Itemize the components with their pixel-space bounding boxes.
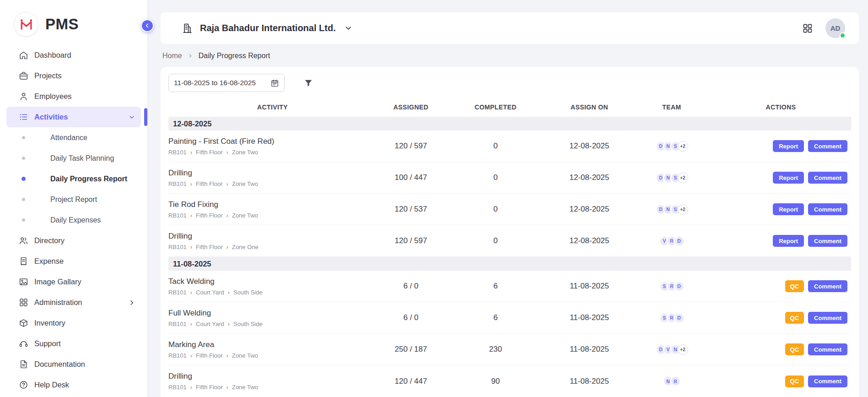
activity-location-path: RB101›Court Yard›South Side [168,321,377,327]
qc-button[interactable]: QC [785,375,804,387]
team-avatar[interactable]: D [674,313,685,323]
chevron-right-icon: › [190,352,192,359]
path-segment: Zone One [232,244,259,250]
report-button[interactable]: Report [773,140,804,152]
assigned-value: 120 / 597 [377,236,445,245]
column-header-assign-on: ASSIGN ON [546,103,633,111]
team-avatars: DVN+2 [633,344,711,355]
main-area: Raja Bahadur International Ltd. AD Home [148,0,868,397]
comment-button[interactable]: Comment [808,280,847,292]
sidebar-item-image-gallary[interactable]: Image Gallary [6,272,141,292]
inventory-icon [19,318,28,328]
report-button[interactable]: Report [773,172,804,184]
comment-button[interactable]: Comment [808,375,847,387]
assigned-value: 120 / 537 [377,205,445,214]
path-segment: RB101 [168,212,187,219]
comment-button[interactable]: Comment [808,203,847,215]
column-header-activity: ACTIVITY [168,103,377,111]
comment-button[interactable]: Comment [808,312,847,324]
sidebar-item-expense[interactable]: Expense [6,251,141,272]
team-more-badge[interactable]: +2 [678,344,688,355]
topbar-right: AD [802,18,845,38]
bullet-dot-icon [22,177,26,181]
breadcrumb-current: Daily Progress Report [199,52,270,60]
apps-grid-icon[interactable] [802,23,813,34]
chevron-right-icon: › [190,289,192,296]
sidebar-item-support[interactable]: Support [6,333,141,354]
support-icon [19,339,28,348]
bullet-dot-icon [22,157,25,160]
team-more-badge[interactable]: +2 [678,141,688,152]
qc-button[interactable]: QC [785,312,804,324]
chevron-right-icon: › [190,180,192,187]
sidebar: PMS Dashboard Projects Employees Activit… [0,0,148,397]
sidebar-item-documentation[interactable]: Documentation [6,354,141,375]
sidebar-item-label: Inventory [34,319,65,327]
comment-button[interactable]: Comment [808,235,847,247]
path-segment: Fifth Floor [196,180,223,187]
sidebar-item-help-desk[interactable]: Help Desk [6,375,141,395]
sidebar-item-employees[interactable]: Employees [6,86,141,107]
sidebar-item-directory[interactable]: Directory [6,230,141,251]
sidebar-item-label: Expense [34,257,64,266]
avatar-initials: AD [830,24,841,32]
activity-name: Drilling [168,372,377,381]
comment-button[interactable]: Comment [808,140,847,152]
chevron-right-icon: › [190,212,192,219]
breadcrumb-home-link[interactable]: Home [162,52,182,60]
row-actions: ReportComment [711,172,851,184]
chevron-right-icon: › [228,289,230,296]
team-avatar[interactable]: R [670,376,681,386]
activity-cell: Tie Rod Fixing RB101›Fifth Floor›Zone Tw… [168,200,377,219]
filter-funnel-icon[interactable] [302,76,315,89]
team-avatars: SRD [633,281,711,292]
progress-report-table: ACTIVITYASSIGNEDCOMPLETEDASSIGN ONTEAMAC… [161,98,859,397]
date-range-input[interactable]: 11-08-2025 to 16-08-2025 [168,74,285,92]
company-selector[interactable]: Raja Bahadur International Ltd. [182,22,353,34]
activity-row: Full Welding RB101›Court Yard›South Side… [168,302,851,334]
sidebar-item-inventory[interactable]: Inventory [6,313,141,333]
sidebar-item-activities[interactable]: Activities [6,107,141,127]
assigned-value: 100 / 447 [377,173,445,182]
row-actions: QCComment [711,375,851,387]
sidebar-item-administration[interactable]: Administration [6,292,141,313]
comment-button[interactable]: Comment [808,343,847,355]
activity-cell: Drilling RB101›Fifth Floor›Zone Two [168,169,377,187]
path-segment: RB101 [168,321,187,327]
report-button[interactable]: Report [773,235,804,247]
sidebar-item-label: Administration [34,298,82,307]
sidebar-item-label: Employees [34,92,72,101]
report-button[interactable]: Report [773,203,804,215]
sidebar-collapse-button[interactable] [141,19,154,32]
sidebar-item-dashboard[interactable]: Dashboard [6,45,141,65]
team-more-badge[interactable]: +2 [678,204,688,215]
activity-location-path: RB101›Fifth Floor›Zone Two [168,352,377,359]
sidebar-item-projects[interactable]: Projects [6,65,141,86]
column-header-assigned: ASSIGNED [377,103,445,111]
sidebar-subitem-label: Daily Progress Report [50,175,127,183]
helpdesk-icon [19,380,28,390]
sidebar-subitem-daily-progress-report[interactable]: Daily Progress Report [0,169,147,189]
team-avatar[interactable]: D [674,281,685,292]
path-segment: Fifth Floor [196,149,223,156]
qc-button[interactable]: QC [785,280,804,292]
logo-m-icon [14,12,38,37]
sidebar-item-label: Activities [34,113,68,121]
sidebar-subitem-label: Daily Task Planning [50,154,114,163]
team-avatar[interactable]: D [674,236,685,246]
administration-icon [19,298,28,307]
sidebar-subitem-daily-expenses[interactable]: Daily Expenses [0,210,147,230]
path-segment: RB101 [168,384,187,391]
sidebar-subitem-project-report[interactable]: Project Report [0,189,147,210]
assign-on-date: 12-08-2025 [546,173,633,182]
assign-on-date: 12-08-2025 [546,205,633,214]
team-more-badge[interactable]: +2 [678,173,688,183]
comment-button[interactable]: Comment [808,172,847,184]
activity-row: Marking Area RB101›Fifth Floor›Zone Two … [168,334,851,365]
team-avatars: DNS+2 [633,173,711,183]
sidebar-subitem-daily-task-planning[interactable]: Daily Task Planning [0,148,147,169]
user-avatar[interactable]: AD [825,18,845,38]
activity-name: Drilling [168,232,377,241]
qc-button[interactable]: QC [785,343,804,355]
sidebar-subitem-attendance[interactable]: Attendance [0,127,147,148]
